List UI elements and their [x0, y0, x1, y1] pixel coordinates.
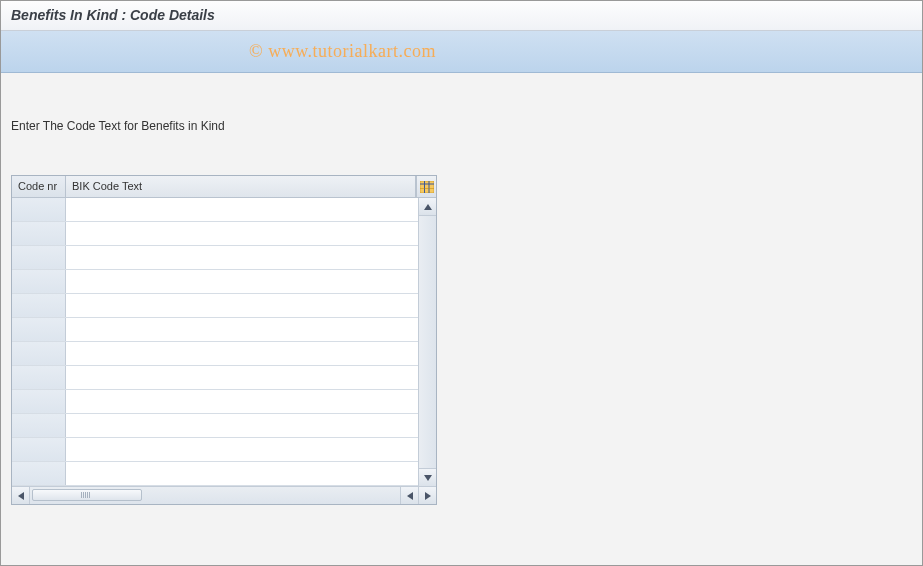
table-configure-button[interactable] [416, 176, 436, 197]
row-selector-cell[interactable] [12, 462, 66, 485]
row-selector-cell[interactable] [12, 414, 66, 437]
bik-code-table: Code nr BIK Code Text [11, 175, 437, 505]
table-row [12, 222, 418, 246]
row-selector-cell[interactable] [12, 198, 66, 221]
table-row [12, 438, 418, 462]
table-row [12, 414, 418, 438]
row-selector-cell[interactable] [12, 438, 66, 461]
bik-code-text-input[interactable] [66, 246, 418, 269]
bik-code-text-input[interactable] [66, 270, 418, 293]
table-row [12, 198, 418, 222]
arrow-up-icon [424, 204, 432, 210]
vertical-scrollbar[interactable] [418, 198, 436, 486]
row-selector-cell[interactable] [12, 246, 66, 269]
title-bar: Benefits In Kind : Code Details [1, 1, 922, 31]
arrow-right-icon [425, 492, 431, 500]
bik-code-text-input[interactable] [66, 318, 418, 341]
scroll-right-end-button[interactable] [418, 487, 436, 504]
table-row [12, 390, 418, 414]
svg-rect-0 [420, 181, 434, 193]
scroll-right-button[interactable] [400, 487, 418, 504]
bik-code-text-cell [66, 342, 418, 365]
table-body-wrap [12, 198, 436, 486]
bik-code-text-cell [66, 366, 418, 389]
bik-code-text-input[interactable] [66, 222, 418, 245]
table-row [12, 318, 418, 342]
bik-code-text-input[interactable] [66, 198, 418, 221]
bik-code-text-cell [66, 318, 418, 341]
column-header-bik-code-text[interactable]: BIK Code Text [66, 176, 416, 197]
application-toolbar: © www.tutorialkart.com [1, 31, 922, 73]
row-selector-cell[interactable] [12, 342, 66, 365]
bik-code-text-cell [66, 294, 418, 317]
table-body [12, 198, 418, 486]
bik-code-text-cell [66, 246, 418, 269]
bik-code-text-cell [66, 462, 418, 485]
bik-code-text-cell [66, 222, 418, 245]
scroll-down-button[interactable] [419, 468, 436, 486]
bik-code-text-cell [66, 390, 418, 413]
bik-code-text-input[interactable] [66, 342, 418, 365]
row-selector-cell[interactable] [12, 222, 66, 245]
bik-code-text-input[interactable] [66, 462, 418, 485]
row-selector-cell[interactable] [12, 366, 66, 389]
scroll-up-button[interactable] [419, 198, 436, 216]
table-row [12, 294, 418, 318]
arrow-left-icon [18, 492, 24, 500]
table-row [12, 366, 418, 390]
vertical-scroll-track[interactable] [419, 216, 436, 468]
bik-code-text-input[interactable] [66, 414, 418, 437]
column-header-code-nr[interactable]: Code nr [12, 176, 66, 197]
bik-code-text-cell [66, 414, 418, 437]
arrow-down-icon [424, 475, 432, 481]
bik-code-text-input[interactable] [66, 438, 418, 461]
content-area: Enter The Code Text for Benefits in Kind… [1, 73, 922, 565]
horizontal-scrollbar[interactable] [12, 486, 436, 504]
horizontal-scroll-track[interactable] [30, 487, 400, 504]
bik-code-text-cell [66, 438, 418, 461]
page-title: Benefits In Kind : Code Details [11, 7, 912, 23]
instruction-text: Enter The Code Text for Benefits in Kind [11, 119, 912, 133]
table-row [12, 462, 418, 486]
thumb-grip-icon [81, 492, 93, 498]
scroll-left-button[interactable] [12, 487, 30, 504]
row-selector-cell[interactable] [12, 318, 66, 341]
bik-code-text-cell [66, 270, 418, 293]
horizontal-scroll-thumb[interactable] [32, 489, 142, 501]
table-header-row: Code nr BIK Code Text [12, 176, 436, 198]
bik-code-text-input[interactable] [66, 366, 418, 389]
table-row [12, 270, 418, 294]
arrow-left-icon [407, 492, 413, 500]
bik-code-text-cell [66, 198, 418, 221]
bik-code-text-input[interactable] [66, 390, 418, 413]
table-row [12, 246, 418, 270]
watermark-text: © www.tutorialkart.com [249, 41, 436, 62]
bik-code-text-input[interactable] [66, 294, 418, 317]
row-selector-cell[interactable] [12, 294, 66, 317]
row-selector-cell[interactable] [12, 390, 66, 413]
table-row [12, 342, 418, 366]
row-selector-cell[interactable] [12, 270, 66, 293]
table-layout-icon [420, 181, 434, 193]
